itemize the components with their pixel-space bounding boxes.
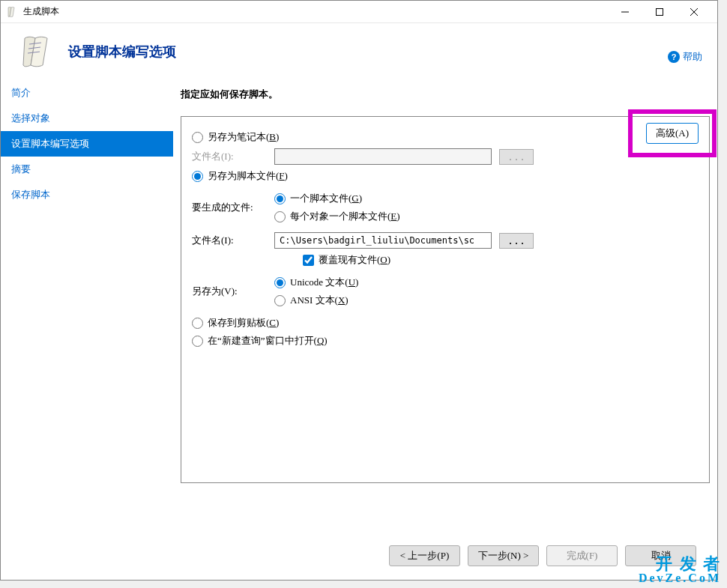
notebook-filename-row: 文件名(I): ... — [192, 148, 699, 165]
window-title: 生成脚本 — [23, 5, 608, 18]
help-link[interactable]: ? 帮助 — [668, 50, 702, 64]
radio-save-clipboard[interactable]: 保存到剪贴板(C) — [192, 316, 699, 330]
sidebar-item-scripting-options[interactable]: 设置脚本编写选项 — [1, 131, 173, 157]
filename-label: 文件名(I): — [192, 234, 267, 247]
advanced-button[interactable]: 高级(A) — [646, 123, 699, 144]
radio-ansi-input[interactable] — [274, 295, 286, 306]
save-as-label: 另存为(V): — [192, 285, 267, 298]
notebook-filename-input — [274, 148, 492, 165]
radio-save-as-notebook[interactable]: 另存为笔记本(B) — [192, 130, 699, 144]
overwrite-row[interactable]: 覆盖现有文件(O) — [303, 253, 699, 267]
notebook-filename-label: 文件名(I): — [192, 150, 267, 163]
maximize-button[interactable] — [642, 1, 677, 23]
filename-browse-button[interactable]: ... — [499, 233, 534, 249]
sidebar-item-select-objects[interactable]: 选择对象 — [1, 106, 173, 131]
options-panel: 高级(A) 另存为笔记本(B) 文件名(I): ... 另存为脚本文件(F) — [181, 116, 710, 483]
filename-row: 文件名(I): ... — [192, 232, 699, 249]
help-icon: ? — [668, 51, 680, 63]
minimize-button[interactable] — [608, 1, 642, 23]
radio-ansi[interactable]: ANSI 文本(X) — [274, 294, 358, 307]
help-label: 帮助 — [683, 50, 702, 64]
sidebar-item-summary[interactable]: 摘要 — [1, 157, 173, 182]
wizard-header: 设置脚本编写选项 — [1, 23, 717, 80]
files-to-generate-label: 要生成的文件: — [192, 201, 267, 214]
next-button[interactable]: 下一步(N) > — [468, 545, 539, 566]
wizard-sidebar: 简介 选择对象 设置脚本编写选项 摘要 保存脚本 — [1, 80, 173, 560]
instruction-text: 指定应如何保存脚本。 — [181, 88, 710, 101]
wizard-footer: < 上一步(P) 下一步(N) > 完成(F) 取消 — [389, 545, 696, 566]
window-controls — [608, 1, 711, 23]
radio-new-query-input[interactable] — [192, 336, 203, 347]
radio-unicode-input[interactable] — [274, 277, 286, 288]
finish-button: 完成(F) — [546, 545, 618, 566]
overwrite-checkbox[interactable] — [303, 255, 314, 266]
radio-script-input[interactable] — [192, 171, 203, 182]
save-as-row: 另存为(V): Unicode 文本(U) ANSI 文本(X) — [192, 271, 699, 312]
radio-per-object-file[interactable]: 每个对象一个脚本文件(E) — [274, 210, 400, 223]
wizard-content: ? 帮助 指定应如何保存脚本。 高级(A) 另存为笔记本(B) 文件名(I): … — [173, 80, 717, 560]
script-icon — [19, 34, 55, 70]
radio-clipboard-input[interactable] — [192, 318, 203, 329]
titlebar: 生成脚本 — [1, 1, 717, 23]
radio-single-file[interactable]: 一个脚本文件(G) — [274, 192, 400, 205]
dialog-window: 生成脚本 设置脚本编写选项 简介 选择对象 设置脚本编写选项 摘要 保存脚本 ?… — [0, 0, 718, 581]
sidebar-item-save-script[interactable]: 保存脚本 — [1, 182, 173, 207]
radio-single-input[interactable] — [274, 193, 286, 204]
notebook-browse-button: ... — [499, 149, 534, 165]
files-to-generate-row: 要生成的文件: 一个脚本文件(G) 每个对象一个脚本文件(E) — [192, 187, 699, 228]
svg-rect-1 — [657, 8, 663, 15]
radio-notebook-input[interactable] — [192, 132, 203, 143]
radio-per-object-input[interactable] — [274, 211, 286, 222]
close-button[interactable] — [677, 1, 711, 23]
app-icon — [7, 6, 19, 18]
radio-save-as-script[interactable]: 另存为脚本文件(F) — [192, 169, 699, 183]
page-title: 设置脚本编写选项 — [68, 43, 176, 61]
filename-input[interactable] — [274, 232, 492, 249]
cancel-button[interactable]: 取消 — [625, 545, 696, 566]
sidebar-item-intro[interactable]: 简介 — [1, 80, 173, 106]
prev-button[interactable]: < 上一步(P) — [389, 545, 460, 566]
dialog-body: 简介 选择对象 设置脚本编写选项 摘要 保存脚本 ? 帮助 指定应如何保存脚本。… — [1, 80, 717, 560]
radio-unicode[interactable]: Unicode 文本(U) — [274, 276, 358, 289]
advanced-highlight: 高级(A) — [628, 109, 717, 157]
radio-open-new-query[interactable]: 在“新建查询”窗口中打开(Q) — [192, 334, 699, 348]
